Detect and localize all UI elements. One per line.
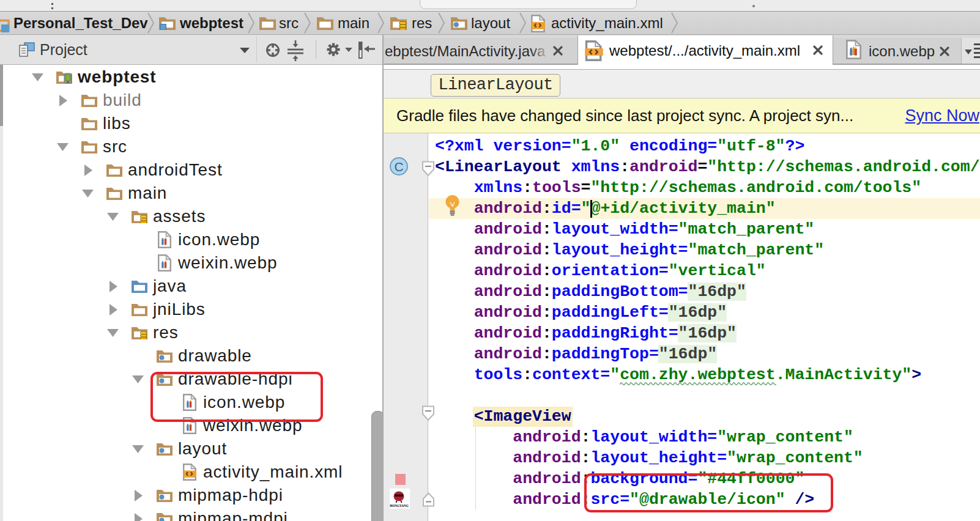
svg-text:HONGYANG: HONGYANG	[390, 504, 409, 508]
svg-text:C: C	[394, 160, 403, 174]
